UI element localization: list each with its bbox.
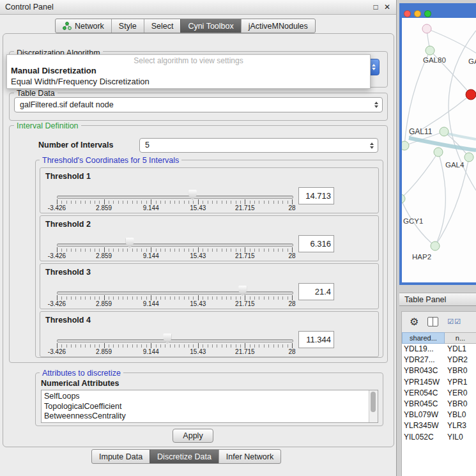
scale-label: 2.859 (96, 300, 112, 307)
bottom-tabs: Impute Data Discretize Data Infer Networ… (91, 449, 281, 464)
tab-jactivemnodules[interactable]: jActiveMNodules (241, 19, 315, 33)
apply-button[interactable]: Apply (173, 429, 213, 443)
scale-label: -3.426 (48, 252, 66, 259)
scale-label: 2.859 (96, 252, 112, 259)
table-row[interactable]: YIL052CYIL0 (402, 432, 476, 443)
network-view-window: GAL80 GA GAL11 GAL4 GCY1 HAP2 (399, 3, 476, 285)
tab-impute-data-label: Impute Data (99, 452, 142, 461)
close-icon[interactable]: ✕ (382, 0, 392, 14)
tab-select[interactable]: Select (144, 19, 181, 33)
cell: YIL0 (445, 432, 476, 443)
gear-icon[interactable]: ⚙ (410, 316, 418, 328)
table-row[interactable]: YDL19...YDL1 (402, 344, 476, 355)
network-node-selected-red[interactable] (466, 89, 476, 100)
table-row[interactable]: YDR27...YDR2 (402, 355, 476, 365)
scale-label: 28 (288, 204, 295, 211)
cell: YDL19... (402, 344, 445, 355)
node-label-gal11: GAL11 (409, 127, 433, 136)
slider-track[interactable] (57, 339, 293, 342)
network-node-gal80[interactable] (426, 46, 434, 55)
threshold-3-value[interactable]: 21.4 (298, 283, 334, 300)
zoom-traffic-light[interactable] (424, 10, 431, 17)
cell: YDR27... (402, 355, 445, 365)
scale-label: 2.859 (96, 204, 112, 211)
control-panel-window: Control Panel □ ✕ Network Style S (0, 0, 397, 476)
cell: YBR0 (445, 365, 476, 376)
network-node-gcy1[interactable] (402, 194, 405, 203)
cell: YBR043C (402, 365, 445, 376)
table-data-combo-value: galFiltered.sif default node (20, 100, 114, 109)
list-scrollbar[interactable] (369, 390, 378, 422)
list-item[interactable]: BetweennessCentrality (42, 411, 378, 422)
threshold-2-panel: Threshold 2 -3.426 2.859 9.144 15.43 21.… (40, 215, 379, 261)
checkbox-icons[interactable]: ☑☑ (447, 318, 461, 326)
window-title: Control Panel (0, 3, 54, 12)
tab-infer-network[interactable]: Infer Network (219, 450, 280, 463)
close-traffic-light[interactable] (404, 10, 411, 17)
slider-track[interactable] (57, 291, 293, 295)
network-node[interactable] (402, 141, 409, 150)
tab-style[interactable]: Style (111, 19, 144, 33)
table-body: YDL19...YDL1 YDR27...YDR2 YBR043CYBR0 YP… (402, 344, 476, 476)
threshold-3-slider: -3.426 2.859 9.144 15.43 21.715 28 (57, 264, 292, 309)
table-row[interactable]: YBL079WYBL0 (402, 410, 476, 420)
slider-ticks (57, 344, 292, 348)
threshold-4-value[interactable]: 11.344 (298, 331, 334, 348)
algorithm-option-equal-width[interactable]: Equal Width/Frequency Discretization (7, 76, 370, 87)
cell: YLR3 (445, 420, 476, 431)
scale-label: 2.859 (96, 348, 112, 355)
table-row[interactable]: YBR045CYBR0 (402, 399, 476, 410)
tab-discretize-data[interactable]: Discretize Data (150, 450, 219, 463)
table-row[interactable]: YPR145WYPR1 (402, 377, 476, 388)
scale-label: 15.43 (190, 252, 206, 259)
columns-icon[interactable] (427, 317, 438, 326)
network-node-gal11[interactable] (440, 127, 449, 136)
table-row[interactable]: YBR043CYBR0 (402, 365, 476, 376)
table-header-row: shared... n... (402, 332, 476, 344)
list-item[interactable]: SelfLoops (42, 390, 378, 402)
thresholds-group-legend: Threshold's Coordinates for 5 Intervals (40, 156, 181, 165)
table-row[interactable]: YER054CYER0 (402, 388, 476, 399)
tab-cyni-toolbox[interactable]: Cyni Toolbox (180, 19, 240, 33)
cell: YBR045C (402, 399, 445, 410)
network-node-hap2[interactable] (431, 242, 440, 250)
table-data-combo[interactable]: galFiltered.sif default node (14, 97, 383, 112)
threshold-1-value[interactable]: 14.713 (298, 187, 334, 204)
scale-label: 9.144 (143, 252, 159, 259)
scale-label: 21.715 (235, 252, 255, 259)
interval-definition-legend: Interval Definition (14, 121, 81, 130)
table-toolbar: ⚙ ☑☑ (402, 312, 476, 331)
network-canvas[interactable]: GAL80 GA GAL11 GAL4 GCY1 HAP2 (402, 18, 476, 282)
network-icon (63, 22, 72, 30)
threshold-2-value[interactable]: 6.316 (298, 235, 334, 252)
slider-track[interactable] (57, 196, 293, 199)
tab-impute-data[interactable]: Impute Data (92, 450, 150, 463)
tab-infer-network-label: Infer Network (226, 452, 273, 461)
scale-label: 15.43 (190, 204, 206, 211)
network-node-gal4[interactable] (434, 148, 443, 157)
algorithm-option-manual[interactable]: Manual Discretization (7, 65, 370, 76)
table-data-legend: Table Data (14, 89, 58, 98)
float-icon[interactable]: □ (371, 0, 381, 14)
network-node[interactable] (422, 24, 431, 33)
cell: YPR1 (445, 377, 476, 388)
screen: Control Panel □ ✕ Network Style S (0, 0, 476, 476)
table-row[interactable]: YLR345WYLR3 (402, 420, 476, 431)
scrollbar-thumb[interactable] (371, 392, 376, 412)
number-of-intervals-combo[interactable]: 5 (139, 138, 378, 153)
minimize-traffic-light[interactable] (414, 10, 421, 17)
slider-track[interactable] (57, 243, 293, 247)
threshold-1-slider: -3.426 2.859 9.144 15.43 21.715 28 (57, 168, 292, 213)
column-header-name[interactable]: n... (445, 332, 476, 344)
cell: YDL1 (445, 344, 476, 355)
numerical-attributes-list: SelfLoops TopologicalCoefficient Between… (41, 390, 378, 423)
scale-label: 28 (288, 252, 295, 259)
node-label-gal80: GAL80 (423, 56, 446, 64)
column-header-shared-name[interactable]: shared... (402, 332, 445, 344)
threshold-4-panel: Threshold 4 -3.426 2.859 9.144 15.43 21.… (40, 311, 379, 357)
network-node[interactable] (464, 153, 473, 162)
scale-label: 21.715 (235, 348, 255, 355)
list-item[interactable]: TopologicalCoefficient (42, 402, 378, 412)
algorithm-placeholder: Select algorithm to view settings (7, 56, 370, 65)
tab-network[interactable]: Network (56, 19, 111, 33)
